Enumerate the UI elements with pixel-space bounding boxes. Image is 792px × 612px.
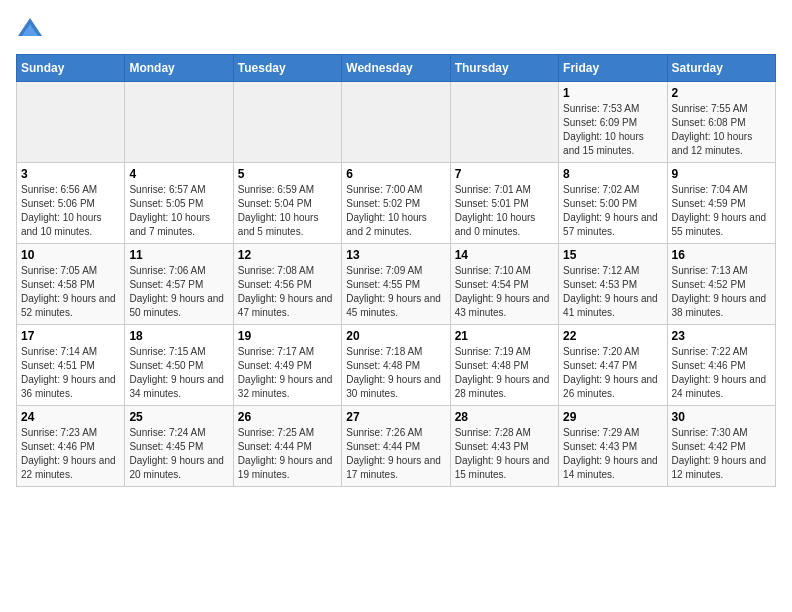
day-number: 12 xyxy=(238,248,337,262)
calendar-cell: 19Sunrise: 7:17 AM Sunset: 4:49 PM Dayli… xyxy=(233,325,341,406)
day-number: 7 xyxy=(455,167,554,181)
day-info: Sunrise: 7:22 AM Sunset: 4:46 PM Dayligh… xyxy=(672,345,771,401)
col-thursday: Thursday xyxy=(450,55,558,82)
day-number: 27 xyxy=(346,410,445,424)
day-info: Sunrise: 7:05 AM Sunset: 4:58 PM Dayligh… xyxy=(21,264,120,320)
day-info: Sunrise: 7:13 AM Sunset: 4:52 PM Dayligh… xyxy=(672,264,771,320)
day-number: 24 xyxy=(21,410,120,424)
day-info: Sunrise: 7:55 AM Sunset: 6:08 PM Dayligh… xyxy=(672,102,771,158)
day-number: 1 xyxy=(563,86,662,100)
calendar-table: Sunday Monday Tuesday Wednesday Thursday… xyxy=(16,54,776,487)
calendar-cell: 24Sunrise: 7:23 AM Sunset: 4:46 PM Dayli… xyxy=(17,406,125,487)
calendar-cell: 15Sunrise: 7:12 AM Sunset: 4:53 PM Dayli… xyxy=(559,244,667,325)
day-number: 9 xyxy=(672,167,771,181)
calendar-cell: 3Sunrise: 6:56 AM Sunset: 5:06 PM Daylig… xyxy=(17,163,125,244)
calendar-cell: 8Sunrise: 7:02 AM Sunset: 5:00 PM Daylig… xyxy=(559,163,667,244)
day-info: Sunrise: 7:06 AM Sunset: 4:57 PM Dayligh… xyxy=(129,264,228,320)
day-info: Sunrise: 7:18 AM Sunset: 4:48 PM Dayligh… xyxy=(346,345,445,401)
calendar-cell: 11Sunrise: 7:06 AM Sunset: 4:57 PM Dayli… xyxy=(125,244,233,325)
day-info: Sunrise: 7:17 AM Sunset: 4:49 PM Dayligh… xyxy=(238,345,337,401)
day-number: 13 xyxy=(346,248,445,262)
calendar-cell xyxy=(17,82,125,163)
calendar-cell: 25Sunrise: 7:24 AM Sunset: 4:45 PM Dayli… xyxy=(125,406,233,487)
day-info: Sunrise: 7:24 AM Sunset: 4:45 PM Dayligh… xyxy=(129,426,228,482)
calendar-cell: 14Sunrise: 7:10 AM Sunset: 4:54 PM Dayli… xyxy=(450,244,558,325)
calendar-cell xyxy=(125,82,233,163)
day-number: 23 xyxy=(672,329,771,343)
day-number: 6 xyxy=(346,167,445,181)
calendar-cell: 21Sunrise: 7:19 AM Sunset: 4:48 PM Dayli… xyxy=(450,325,558,406)
day-number: 18 xyxy=(129,329,228,343)
day-info: Sunrise: 7:29 AM Sunset: 4:43 PM Dayligh… xyxy=(563,426,662,482)
day-number: 3 xyxy=(21,167,120,181)
header-row: Sunday Monday Tuesday Wednesday Thursday… xyxy=(17,55,776,82)
day-number: 19 xyxy=(238,329,337,343)
calendar-cell: 13Sunrise: 7:09 AM Sunset: 4:55 PM Dayli… xyxy=(342,244,450,325)
logo xyxy=(16,16,48,44)
day-info: Sunrise: 7:20 AM Sunset: 4:47 PM Dayligh… xyxy=(563,345,662,401)
day-info: Sunrise: 7:04 AM Sunset: 4:59 PM Dayligh… xyxy=(672,183,771,239)
day-info: Sunrise: 7:14 AM Sunset: 4:51 PM Dayligh… xyxy=(21,345,120,401)
day-number: 29 xyxy=(563,410,662,424)
day-info: Sunrise: 7:00 AM Sunset: 5:02 PM Dayligh… xyxy=(346,183,445,239)
col-saturday: Saturday xyxy=(667,55,775,82)
calendar-cell: 9Sunrise: 7:04 AM Sunset: 4:59 PM Daylig… xyxy=(667,163,775,244)
day-number: 17 xyxy=(21,329,120,343)
calendar-cell: 26Sunrise: 7:25 AM Sunset: 4:44 PM Dayli… xyxy=(233,406,341,487)
day-number: 20 xyxy=(346,329,445,343)
day-number: 14 xyxy=(455,248,554,262)
calendar-cell: 12Sunrise: 7:08 AM Sunset: 4:56 PM Dayli… xyxy=(233,244,341,325)
calendar-cell: 20Sunrise: 7:18 AM Sunset: 4:48 PM Dayli… xyxy=(342,325,450,406)
calendar-cell: 10Sunrise: 7:05 AM Sunset: 4:58 PM Dayli… xyxy=(17,244,125,325)
calendar-week-2: 3Sunrise: 6:56 AM Sunset: 5:06 PM Daylig… xyxy=(17,163,776,244)
day-info: Sunrise: 6:56 AM Sunset: 5:06 PM Dayligh… xyxy=(21,183,120,239)
calendar-cell: 2Sunrise: 7:55 AM Sunset: 6:08 PM Daylig… xyxy=(667,82,775,163)
day-info: Sunrise: 7:30 AM Sunset: 4:42 PM Dayligh… xyxy=(672,426,771,482)
calendar-cell: 16Sunrise: 7:13 AM Sunset: 4:52 PM Dayli… xyxy=(667,244,775,325)
day-number: 10 xyxy=(21,248,120,262)
day-number: 11 xyxy=(129,248,228,262)
day-info: Sunrise: 7:08 AM Sunset: 4:56 PM Dayligh… xyxy=(238,264,337,320)
col-sunday: Sunday xyxy=(17,55,125,82)
day-number: 4 xyxy=(129,167,228,181)
calendar-body: 1Sunrise: 7:53 AM Sunset: 6:09 PM Daylig… xyxy=(17,82,776,487)
day-info: Sunrise: 7:23 AM Sunset: 4:46 PM Dayligh… xyxy=(21,426,120,482)
calendar-cell xyxy=(233,82,341,163)
col-tuesday: Tuesday xyxy=(233,55,341,82)
calendar-cell: 17Sunrise: 7:14 AM Sunset: 4:51 PM Dayli… xyxy=(17,325,125,406)
page-header xyxy=(16,16,776,44)
calendar-week-1: 1Sunrise: 7:53 AM Sunset: 6:09 PM Daylig… xyxy=(17,82,776,163)
day-number: 8 xyxy=(563,167,662,181)
calendar-cell: 4Sunrise: 6:57 AM Sunset: 5:05 PM Daylig… xyxy=(125,163,233,244)
calendar-week-3: 10Sunrise: 7:05 AM Sunset: 4:58 PM Dayli… xyxy=(17,244,776,325)
day-number: 25 xyxy=(129,410,228,424)
calendar-cell: 5Sunrise: 6:59 AM Sunset: 5:04 PM Daylig… xyxy=(233,163,341,244)
day-info: Sunrise: 7:26 AM Sunset: 4:44 PM Dayligh… xyxy=(346,426,445,482)
day-info: Sunrise: 7:12 AM Sunset: 4:53 PM Dayligh… xyxy=(563,264,662,320)
calendar-cell xyxy=(450,82,558,163)
calendar-week-5: 24Sunrise: 7:23 AM Sunset: 4:46 PM Dayli… xyxy=(17,406,776,487)
day-info: Sunrise: 7:28 AM Sunset: 4:43 PM Dayligh… xyxy=(455,426,554,482)
col-monday: Monday xyxy=(125,55,233,82)
day-info: Sunrise: 6:59 AM Sunset: 5:04 PM Dayligh… xyxy=(238,183,337,239)
day-info: Sunrise: 7:01 AM Sunset: 5:01 PM Dayligh… xyxy=(455,183,554,239)
day-info: Sunrise: 7:10 AM Sunset: 4:54 PM Dayligh… xyxy=(455,264,554,320)
day-number: 30 xyxy=(672,410,771,424)
calendar-cell: 1Sunrise: 7:53 AM Sunset: 6:09 PM Daylig… xyxy=(559,82,667,163)
day-info: Sunrise: 7:19 AM Sunset: 4:48 PM Dayligh… xyxy=(455,345,554,401)
day-number: 28 xyxy=(455,410,554,424)
day-info: Sunrise: 7:53 AM Sunset: 6:09 PM Dayligh… xyxy=(563,102,662,158)
calendar-cell xyxy=(342,82,450,163)
day-info: Sunrise: 6:57 AM Sunset: 5:05 PM Dayligh… xyxy=(129,183,228,239)
day-info: Sunrise: 7:25 AM Sunset: 4:44 PM Dayligh… xyxy=(238,426,337,482)
day-number: 16 xyxy=(672,248,771,262)
day-number: 15 xyxy=(563,248,662,262)
calendar-cell: 27Sunrise: 7:26 AM Sunset: 4:44 PM Dayli… xyxy=(342,406,450,487)
day-info: Sunrise: 7:02 AM Sunset: 5:00 PM Dayligh… xyxy=(563,183,662,239)
calendar-cell: 30Sunrise: 7:30 AM Sunset: 4:42 PM Dayli… xyxy=(667,406,775,487)
calendar-cell: 29Sunrise: 7:29 AM Sunset: 4:43 PM Dayli… xyxy=(559,406,667,487)
calendar-cell: 18Sunrise: 7:15 AM Sunset: 4:50 PM Dayli… xyxy=(125,325,233,406)
calendar-header: Sunday Monday Tuesday Wednesday Thursday… xyxy=(17,55,776,82)
calendar-cell: 7Sunrise: 7:01 AM Sunset: 5:01 PM Daylig… xyxy=(450,163,558,244)
day-number: 26 xyxy=(238,410,337,424)
